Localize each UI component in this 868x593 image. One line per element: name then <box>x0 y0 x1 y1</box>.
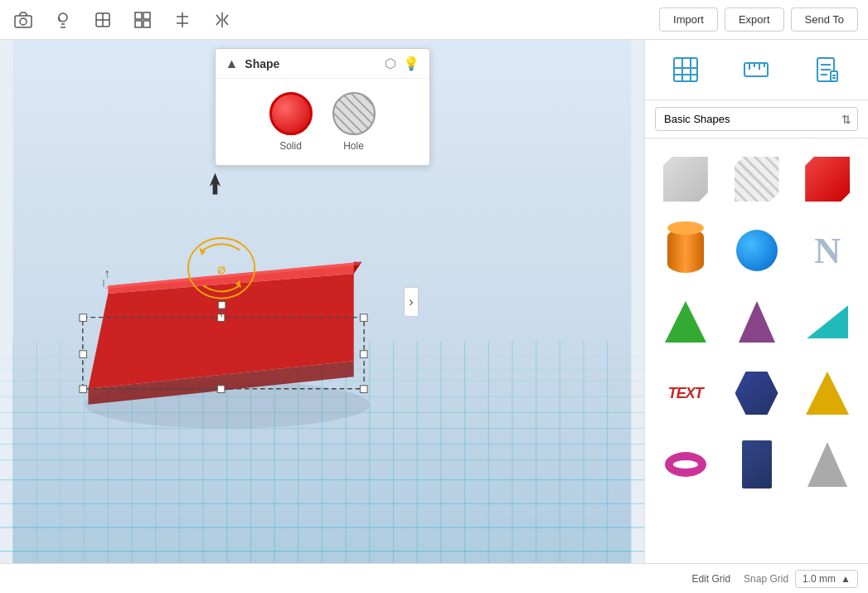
shape-item-box-blue[interactable] <box>723 430 791 498</box>
shape-panel: ▲ Shape ⬡ 💡 Solid Hole <box>215 48 430 166</box>
main-area: ▲ Shape ⬡ 💡 Solid Hole <box>0 40 868 563</box>
svg-rect-7 <box>143 21 150 27</box>
wedge-icon <box>807 305 848 338</box>
svg-point-2 <box>59 13 67 22</box>
svg-point-1 <box>20 18 27 25</box>
right-panel: Basic Shapes ⇅ <box>644 40 868 563</box>
svg-rect-57 <box>80 351 87 358</box>
snap-dropdown-arrow: ▲ <box>841 573 851 585</box>
shape-item-box-gray[interactable] <box>652 145 720 213</box>
svg-rect-59 <box>80 386 87 393</box>
text3d-icon: TEXT <box>668 385 703 402</box>
svg-rect-56 <box>360 314 367 322</box>
solid-label: Solid <box>279 140 302 152</box>
shapes-row-1 <box>652 145 861 213</box>
hole-circle <box>332 92 376 135</box>
svg-rect-0 <box>15 16 32 27</box>
top-toolbar: Import Export Send To <box>0 0 868 40</box>
notes-panel-icon[interactable] <box>804 46 851 93</box>
shapes-row-5 <box>652 430 861 498</box>
shapes-row-3 <box>652 288 861 356</box>
shape-panel-body: Solid Hole <box>216 79 429 165</box>
shape-item-prism[interactable] <box>723 359 791 427</box>
shape-item-box-red[interactable] <box>793 145 861 213</box>
align-icon[interactable] <box>169 7 196 33</box>
pyramid-purple-icon <box>739 301 775 343</box>
shape-item-torus[interactable] <box>652 430 720 498</box>
shape-item-pyramid-yellow[interactable] <box>793 359 861 427</box>
pyramid-green-icon <box>665 301 706 343</box>
snap-grid-section: Snap Grid 1.0 mm ▲ <box>744 570 858 588</box>
snap-grid-value[interactable]: 1.0 mm ▲ <box>795 570 858 588</box>
edit-grid-button[interactable]: Edit Grid <box>691 573 730 585</box>
shape-panel-header: ▲ Shape ⬡ 💡 <box>216 49 429 79</box>
shape-item-letter-n[interactable]: N <box>793 216 861 284</box>
shape-item-pyramid-green[interactable] <box>652 288 720 356</box>
shapes-row-2: N <box>652 216 861 284</box>
shape-item-cone[interactable] <box>793 430 861 498</box>
toolbar-icons-left <box>10 7 235 33</box>
shape-panel-title: Shape <box>245 57 377 70</box>
svg-rect-5 <box>143 12 150 19</box>
cylinder-icon <box>667 228 704 273</box>
prism-icon <box>735 372 778 415</box>
box-gray-icon <box>663 157 708 202</box>
solid-circle <box>269 92 313 135</box>
import-button[interactable]: Import <box>659 7 718 32</box>
sphere-icon <box>736 230 778 271</box>
mirror-icon[interactable] <box>209 7 235 33</box>
shapes-dropdown-row: Basic Shapes ⇅ <box>645 100 868 139</box>
hole-label: Hole <box>343 140 364 152</box>
svg-rect-54 <box>80 314 87 322</box>
box-red-icon <box>805 157 850 202</box>
snap-value-text: 1.0 mm <box>803 573 836 585</box>
svg-rect-4 <box>135 12 142 19</box>
svg-rect-63 <box>218 302 225 309</box>
ruler-panel-icon[interactable] <box>733 46 779 93</box>
export-button[interactable]: Export <box>725 7 784 32</box>
solid-option[interactable]: Solid <box>269 92 313 152</box>
send-to-button[interactable]: Send To <box>791 7 858 32</box>
box-striped-icon <box>735 157 779 202</box>
shape-item-wedge[interactable] <box>793 288 861 356</box>
shape-panel-header-icons: ⬡ 💡 <box>385 56 419 71</box>
shape-item-cylinder[interactable] <box>652 216 720 284</box>
torus-icon <box>665 452 706 477</box>
shape-item-text3d[interactable]: TEXT <box>652 359 720 427</box>
shape-item-sphere[interactable] <box>723 216 791 284</box>
group-icon[interactable] <box>129 7 156 33</box>
svg-rect-58 <box>360 351 367 358</box>
shape-outline-icon[interactable] <box>90 7 116 33</box>
hole-option[interactable]: Hole <box>332 92 376 152</box>
camera-icon[interactable] <box>10 7 36 33</box>
panel-icons-row <box>645 40 868 100</box>
snap-grid-label: Snap Grid <box>744 573 788 585</box>
pyramid-yellow-icon <box>806 372 849 415</box>
canvas-area[interactable]: ▲ Shape ⬡ 💡 Solid Hole <box>0 40 644 563</box>
svg-text:↑: ↑ <box>104 266 111 280</box>
box-blue-icon <box>742 440 772 488</box>
toolbar-actions: Import Export Send To <box>659 7 858 32</box>
svg-rect-61 <box>360 386 367 393</box>
shape-item-pyramid-purple[interactable] <box>723 288 791 356</box>
svg-text:⌀: ⌀ <box>217 260 225 277</box>
shapes-grid: N TEXT <box>645 139 868 563</box>
bulb-icon[interactable] <box>50 7 76 33</box>
panel-collapse-icon[interactable]: ▲ <box>225 56 239 71</box>
svg-rect-71 <box>674 58 697 81</box>
shapes-category-select[interactable]: Basic Shapes <box>655 107 858 131</box>
shape-material-icon[interactable]: ⬡ <box>385 56 396 71</box>
shape-item-box-striped[interactable] <box>723 145 791 213</box>
shapes-row-4: TEXT <box>652 359 861 427</box>
cone-icon <box>807 442 847 487</box>
shapes-select-wrapper: Basic Shapes ⇅ <box>655 107 858 131</box>
bottom-bar: Edit Grid Snap Grid 1.0 mm ▲ <box>0 563 868 593</box>
grid-panel-icon[interactable] <box>662 46 709 93</box>
svg-rect-6 <box>135 21 142 27</box>
svg-rect-60 <box>217 386 225 393</box>
letter-n-icon: N <box>814 230 841 272</box>
shape-light-icon[interactable]: 💡 <box>403 56 419 71</box>
panel-toggle-chevron[interactable]: › <box>404 287 419 317</box>
svg-text:|: | <box>103 278 104 287</box>
